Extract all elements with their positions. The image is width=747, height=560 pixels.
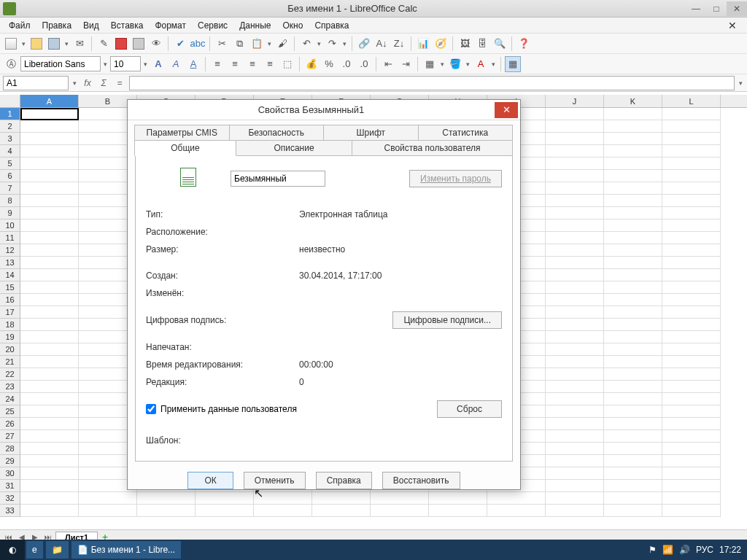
cell[interactable] bbox=[254, 505, 312, 517]
cell[interactable] bbox=[546, 319, 604, 331]
redo-icon[interactable]: ↷ bbox=[324, 36, 340, 52]
cell[interactable] bbox=[604, 207, 662, 219]
cell[interactable] bbox=[546, 405, 604, 418]
cell[interactable] bbox=[546, 158, 604, 170]
tab-statistics[interactable]: Статистика bbox=[418, 125, 514, 141]
cell[interactable] bbox=[604, 480, 662, 492]
column-header[interactable]: A bbox=[20, 95, 79, 107]
cell[interactable] bbox=[604, 393, 662, 405]
row-header[interactable]: 24 bbox=[0, 393, 20, 405]
cell[interactable] bbox=[662, 405, 721, 418]
row-header[interactable]: 8 bbox=[0, 195, 20, 207]
equals-icon[interactable]: = bbox=[113, 77, 126, 90]
cell[interactable] bbox=[546, 182, 604, 195]
cell[interactable] bbox=[546, 294, 604, 306]
cell[interactable] bbox=[20, 306, 79, 319]
column-header[interactable]: J bbox=[546, 95, 604, 107]
email-icon[interactable]: ✉ bbox=[71, 36, 88, 52]
decimal-add-icon[interactable]: .0 bbox=[338, 56, 355, 72]
cell[interactable] bbox=[662, 455, 721, 467]
cell[interactable] bbox=[662, 331, 721, 343]
sum-icon[interactable]: Σ bbox=[97, 77, 110, 90]
grid-lines-icon[interactable]: ▦ bbox=[505, 56, 521, 72]
cell[interactable] bbox=[604, 343, 662, 356]
undo-icon[interactable]: ↶ bbox=[298, 36, 314, 52]
font-size-dropdown-icon[interactable]: ▾ bbox=[142, 61, 149, 68]
cell[interactable] bbox=[604, 356, 662, 368]
cell-reference-input[interactable] bbox=[3, 76, 69, 90]
cell[interactable] bbox=[546, 133, 604, 145]
tab-cmis[interactable]: Параметры CMIS bbox=[134, 125, 230, 141]
cut-icon[interactable]: ✂ bbox=[214, 36, 230, 52]
row-header[interactable]: 6 bbox=[0, 170, 20, 182]
row-header[interactable]: 9 bbox=[0, 207, 20, 219]
menu-edit[interactable]: Правка bbox=[36, 19, 78, 32]
cell[interactable] bbox=[429, 505, 487, 517]
column-header[interactable]: K bbox=[604, 95, 662, 107]
cell[interactable] bbox=[546, 269, 604, 281]
cell[interactable] bbox=[20, 343, 79, 356]
cell[interactable] bbox=[20, 219, 79, 232]
align-left-icon[interactable]: ≡ bbox=[209, 56, 225, 72]
cell[interactable] bbox=[662, 430, 721, 443]
cell[interactable] bbox=[546, 368, 604, 381]
row-header[interactable]: 21 bbox=[0, 356, 20, 368]
minimize-button[interactable]: — bbox=[686, 1, 706, 16]
tray-network-icon[interactable]: 📶 bbox=[662, 545, 673, 555]
row-header[interactable]: 18 bbox=[0, 319, 20, 331]
row-header[interactable]: 16 bbox=[0, 294, 20, 306]
menu-tools[interactable]: Сервис bbox=[192, 19, 233, 32]
row-header[interactable]: 22 bbox=[0, 368, 20, 381]
cell[interactable] bbox=[487, 505, 546, 517]
cell[interactable] bbox=[662, 281, 721, 294]
start-button[interactable]: ◐ bbox=[0, 540, 25, 560]
cell[interactable] bbox=[20, 331, 79, 343]
cell[interactable] bbox=[604, 294, 662, 306]
menu-insert[interactable]: Вставка bbox=[105, 19, 150, 32]
cell[interactable] bbox=[546, 170, 604, 182]
cell[interactable] bbox=[546, 207, 604, 219]
cell[interactable] bbox=[20, 418, 79, 430]
cell[interactable] bbox=[662, 467, 721, 480]
cell[interactable] bbox=[20, 381, 79, 393]
cell[interactable] bbox=[662, 418, 721, 430]
cell[interactable] bbox=[20, 455, 79, 467]
cell[interactable] bbox=[604, 257, 662, 269]
merge-cells-icon[interactable]: ⬚ bbox=[279, 56, 295, 72]
cell[interactable] bbox=[604, 368, 662, 381]
cell[interactable] bbox=[662, 443, 721, 455]
hyperlink-icon[interactable]: 🔗 bbox=[356, 36, 372, 52]
cell[interactable] bbox=[546, 281, 604, 294]
cell[interactable] bbox=[604, 133, 662, 145]
cell[interactable] bbox=[546, 480, 604, 492]
cell[interactable] bbox=[546, 232, 604, 244]
cell[interactable] bbox=[371, 505, 429, 517]
row-header[interactable]: 25 bbox=[0, 405, 20, 418]
cell[interactable] bbox=[20, 281, 79, 294]
cell[interactable] bbox=[604, 232, 662, 244]
cell[interactable] bbox=[546, 393, 604, 405]
currency-icon[interactable]: 💰 bbox=[303, 56, 320, 72]
tab-font[interactable]: Шрифт bbox=[323, 125, 419, 141]
cell[interactable] bbox=[662, 120, 721, 133]
cell[interactable] bbox=[604, 195, 662, 207]
cell[interactable] bbox=[546, 306, 604, 319]
cell[interactable] bbox=[604, 170, 662, 182]
bgcolor-dropdown-icon[interactable]: ▾ bbox=[465, 61, 471, 68]
tray-language[interactable]: РУС bbox=[696, 545, 713, 555]
cell[interactable] bbox=[546, 467, 604, 480]
cell[interactable] bbox=[604, 418, 662, 430]
spellcheck-icon[interactable]: ✔ bbox=[172, 36, 188, 52]
cell[interactable] bbox=[546, 343, 604, 356]
menu-format[interactable]: Формат bbox=[149, 19, 192, 32]
new-document-icon[interactable] bbox=[3, 36, 19, 52]
taskbar-ie-icon[interactable]: e bbox=[26, 541, 43, 559]
cell[interactable] bbox=[604, 158, 662, 170]
cell[interactable] bbox=[20, 430, 79, 443]
taskbar-explorer-icon[interactable]: 📁 bbox=[46, 541, 69, 559]
cell[interactable] bbox=[79, 505, 137, 517]
zoom-icon[interactable]: 🔍 bbox=[492, 36, 508, 52]
cell[interactable] bbox=[20, 108, 79, 120]
row-header[interactable]: 33 bbox=[0, 505, 20, 517]
font-size-input[interactable] bbox=[110, 56, 141, 71]
